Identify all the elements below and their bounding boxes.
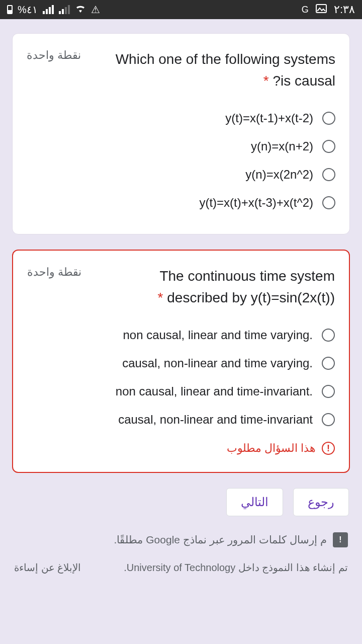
question-text-line2: * ?is causal [263,73,335,89]
question-card-1: نقطة واحدة Which one of the following sy… [12,33,350,234]
status-left: %٤١ ⚠ [7,4,100,16]
radio-icon[interactable] [322,168,335,181]
option-label: y(t)=x(t)+x(t-3)+x(t^2) [199,196,313,210]
option-1-2[interactable]: y(n)=x(n+2) [27,132,335,160]
options-group-2: non causal, linear and time varying. cau… [27,321,335,434]
status-bar: %٤١ ⚠ G ٢:٣٨ [0,0,362,19]
radio-icon[interactable] [322,385,335,398]
option-2-3[interactable]: non causal, linear and time-invariant. [27,377,335,406]
question-text-line2: * described by y(t)=sin(2x(t)) [158,290,335,306]
option-label: non causal, linear and time-invariant. [116,384,313,398]
next-button[interactable]: التالي [226,488,283,516]
option-label: y(t)=x(t-1)+x(t-2) [225,111,313,125]
clock: ٢:٣٨ [334,3,355,16]
status-right: G ٢:٣٨ [302,3,355,16]
radio-icon[interactable] [322,413,335,426]
option-1-3[interactable]: y(n)=x(2n^2) [27,160,335,189]
radio-icon[interactable] [322,140,335,153]
password-warning: ! م إرسال كلمات المرور عبر نماذج Google … [12,532,350,547]
option-label: causal, non-linear and time-invariant [118,413,313,427]
points-label: نقطة واحدة [27,266,81,279]
options-group-1: y(t)=x(t-1)+x(t-2) y(n)=x(n+2) y(n)=x(2n… [27,104,335,217]
required-error: ! هذا السؤال مطلوب [27,442,335,455]
nav-row: رجوع التالي [12,488,350,516]
question-card-2: نقطة واحدة The continuous time system * … [12,250,350,473]
question-text-line1: Which one of the following systems [116,49,335,70]
option-label: non causal, linear and time varying. [123,328,313,342]
svg-rect-0 [316,5,326,13]
question-text-line1: The continuous time system [159,266,335,287]
battery-percent: %٤١ [18,4,38,16]
signal-icon-1 [43,5,54,14]
translate-icon: G [302,5,309,15]
no-sim-icon: ⚠ [91,4,100,16]
option-label: causal, non-linear and time varying. [122,356,313,370]
footer-report[interactable]: الإبلاغ عن إساءة [14,561,81,574]
option-2-4[interactable]: causal, non-linear and time-invariant [27,406,335,434]
points-label: نقطة واحدة [27,49,81,62]
radio-icon[interactable] [322,112,335,125]
battery-icon [7,5,13,14]
required-star: * [158,290,163,305]
gallery-icon [316,4,327,16]
option-2-1[interactable]: non causal, linear and time varying. [27,321,335,349]
required-star: * [263,73,269,89]
warning-text: م إرسال كلمات المرور عبر نماذج Google مط… [114,534,327,546]
signal-icon-2 [59,5,70,14]
warning-icon: ! [333,532,348,547]
option-label: y(n)=x(n+2) [251,139,313,153]
option-1-4[interactable]: y(t)=x(t)+x(t-3)+x(t^2) [27,189,335,217]
footer-created: تم إنشاء هذا النموذج داخل University of … [124,561,348,574]
form-page: نقطة واحدة Which one of the following sy… [0,19,362,574]
footer: تم إنشاء هذا النموذج داخل University of … [12,561,350,574]
option-label: y(n)=x(2n^2) [245,168,313,182]
back-button[interactable]: رجوع [293,488,349,516]
option-1-1[interactable]: y(t)=x(t-1)+x(t-2) [27,104,335,132]
radio-icon[interactable] [322,196,335,209]
required-text: هذا السؤال مطلوب [227,442,316,455]
error-icon: ! [322,442,335,455]
radio-icon[interactable] [322,357,335,370]
option-2-2[interactable]: causal, non-linear and time varying. [27,349,335,377]
radio-icon[interactable] [322,329,335,342]
wifi-icon [75,4,86,16]
